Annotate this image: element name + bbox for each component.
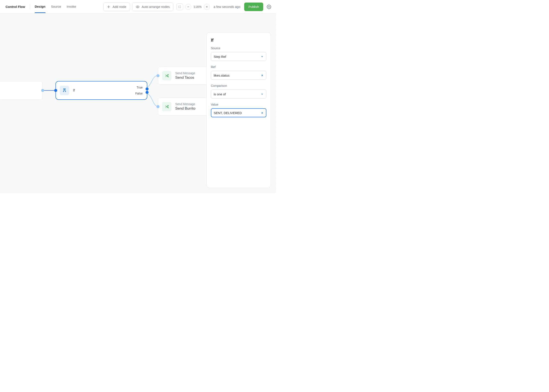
node-type-label: Send Message xyxy=(175,102,196,106)
value-label: Value xyxy=(211,103,266,106)
port-in[interactable] xyxy=(157,105,159,108)
true-port-label: True xyxy=(137,86,143,89)
last-saved-timestamp: a few seconds ago xyxy=(214,5,240,8)
zoom-level: 116% xyxy=(193,5,201,8)
branch-icon xyxy=(60,86,69,95)
source-value: Step Ref xyxy=(214,55,226,58)
plus-icon xyxy=(107,5,110,8)
plus-icon xyxy=(206,6,208,8)
zoom-in-button[interactable] xyxy=(204,4,210,10)
tab-invoke[interactable]: Invoke xyxy=(67,0,76,13)
ref-label: Ref xyxy=(211,65,266,69)
ref-value: likes.status xyxy=(214,74,229,77)
app-header: Control Flow Design Source Invoke Add no… xyxy=(0,0,276,14)
false-port-label: False xyxy=(135,92,143,95)
clear-ref-button[interactable] xyxy=(261,74,264,77)
value-input[interactable]: SENT, DELIVERED xyxy=(211,108,266,117)
gear-icon xyxy=(267,5,271,9)
close-icon xyxy=(261,74,264,77)
port-in[interactable] xyxy=(157,74,159,77)
auto-arrange-label: Auto arrange nodes xyxy=(142,5,170,8)
zoom-fit-button[interactable] xyxy=(176,3,183,10)
port-in[interactable] xyxy=(54,89,57,92)
zoom-out-button[interactable] xyxy=(185,4,191,10)
tabs: Design Source Invoke xyxy=(35,0,76,13)
add-node-button[interactable]: Add node xyxy=(103,3,130,11)
comparison-value: is one of xyxy=(214,92,226,96)
fit-icon xyxy=(178,5,181,8)
source-label: Source xyxy=(211,47,266,50)
if-node-label: If xyxy=(73,89,75,92)
node-title: Send Tacos xyxy=(175,75,195,80)
flow-canvas[interactable]: If True False Send Message Send Tacos xyxy=(0,14,276,193)
svg-point-0 xyxy=(137,6,138,7)
start-node[interactable] xyxy=(0,81,43,100)
if-node[interactable]: If True False xyxy=(56,81,147,100)
tab-source[interactable]: Source xyxy=(51,0,61,13)
node-type-label: Send Message xyxy=(175,71,195,75)
zoom-controls: 116% xyxy=(176,3,210,10)
send-icon xyxy=(162,102,171,111)
settings-button[interactable] xyxy=(267,5,271,9)
node-title: Send Burrito xyxy=(175,106,196,111)
chevron-down-icon xyxy=(261,55,264,58)
svg-point-1 xyxy=(268,6,270,7)
port-false[interactable] xyxy=(146,91,149,94)
source-select[interactable]: Step Ref xyxy=(211,52,266,61)
svg-rect-2 xyxy=(63,89,65,90)
close-icon xyxy=(261,112,264,114)
value-value: SENT, DELIVERED xyxy=(214,111,242,115)
comparison-select[interactable]: is one of xyxy=(211,90,266,98)
ref-input[interactable]: likes.status xyxy=(211,71,266,80)
send-icon xyxy=(162,71,171,80)
properties-panel: If Source Step Ref Ref likes.status Comp… xyxy=(207,32,271,188)
divider xyxy=(30,5,30,9)
comparison-label: Comparison xyxy=(211,84,266,87)
clear-value-button[interactable] xyxy=(261,112,264,114)
app-title: Control Flow xyxy=(6,5,25,8)
publish-button[interactable]: Publish xyxy=(244,3,263,11)
port-out[interactable] xyxy=(41,89,44,92)
panel-title: If xyxy=(211,38,266,43)
add-node-label: Add node xyxy=(113,5,126,8)
port-true[interactable] xyxy=(146,87,149,91)
chevron-down-icon xyxy=(261,92,264,96)
tab-design[interactable]: Design xyxy=(35,0,45,13)
minus-icon xyxy=(187,6,190,8)
auto-arrange-button[interactable]: Auto arrange nodes xyxy=(132,3,173,11)
eye-icon xyxy=(136,5,140,9)
